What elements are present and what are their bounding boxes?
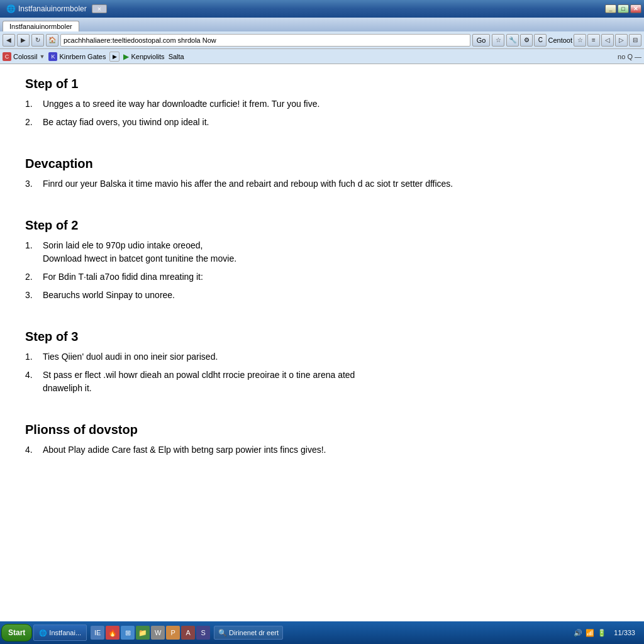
search-taskbar-placeholder: Dirinenet dr eert xyxy=(229,629,279,636)
play-green-icon: ▶ xyxy=(123,52,129,61)
ql-icon-8[interactable]: S xyxy=(196,626,210,640)
kinrbern-icon: K xyxy=(48,52,57,61)
search-taskbar-bar[interactable]: 🔍 Dirinenet dr eert xyxy=(214,626,283,640)
colossil-dropdown-icon[interactable]: ▼ xyxy=(40,53,45,60)
refresh-button[interactable]: ↻ xyxy=(31,34,44,47)
tool-icon-2[interactable]: ⚙ xyxy=(520,34,533,47)
minimize-button[interactable]: _ xyxy=(605,4,616,13)
heading-step-1: Step of 1 xyxy=(25,77,619,91)
close-button[interactable]: ✕ xyxy=(630,4,641,13)
ql-icon-7[interactable]: A xyxy=(181,626,195,640)
bookmark-salta[interactable]: Salta xyxy=(169,53,184,60)
start-button[interactable]: Start xyxy=(1,624,32,641)
ql-icon-1[interactable]: IE xyxy=(91,626,104,640)
list-text: For Bdin T·tali a7oo fidid dina mreating… xyxy=(43,270,618,284)
list-item: 1. Ungges a to sreed ite way har downloa… xyxy=(25,97,619,111)
list-number: 1. xyxy=(25,350,40,364)
list-text: Finrd our yeur Balska it time mavio his … xyxy=(43,177,618,191)
window-titlebar: 🌐 Instfanaiuinormboler × _ □ ✕ xyxy=(0,0,644,18)
quicklaunch-bar: IE 🔥 ⊞ 📁 W P A S xyxy=(88,626,213,640)
list-plionss: 4. About Play adide Care fast & Elp with… xyxy=(25,443,619,457)
address-bar: ◀ ▶ ↻ 🏠 Go ☆ 🔧 ⚙ C Centoot ☆ ≡ ◁ ▷ ⊟ xyxy=(0,31,644,49)
menu-button-1[interactable]: ≡ xyxy=(587,34,600,47)
list-number: 2. xyxy=(25,270,40,284)
tool-icon-1[interactable]: 🔧 xyxy=(506,34,519,47)
active-tab[interactable]: Instfanaiuinormboler xyxy=(3,21,79,31)
browser-icon: 🌐 xyxy=(6,4,16,13)
list-step-3: 1. Ties Qiien' duol audi in ono ineir si… xyxy=(25,350,619,395)
list-text: St pass er flect .wil howr dieah an powa… xyxy=(43,369,618,395)
go-button[interactable]: Go xyxy=(472,34,491,47)
ql-icon-5[interactable]: W xyxy=(151,626,165,640)
window-controls: _ □ ✕ xyxy=(605,4,641,13)
list-number: 4. xyxy=(25,443,40,457)
ql-icon-3[interactable]: ⊞ xyxy=(121,626,135,640)
ql-icon-2[interactable]: 🔥 xyxy=(106,626,119,640)
heading-step-2: Step of 2 xyxy=(25,218,619,233)
list-item: 4. About Play adide Care fast & Elp with… xyxy=(25,443,619,457)
list-item: 3. Finrd our yeur Balska it time mavio h… xyxy=(25,177,619,191)
list-text: About Play adide Care fast & Elp with be… xyxy=(43,443,618,457)
kinrbern-label: Kinrbern Gates xyxy=(59,53,106,60)
list-item: 2. Be actay fiad overs, you tiwind onp i… xyxy=(25,116,619,129)
list-text: Sorin laid ele to 970p udio intake oreoe… xyxy=(43,239,618,265)
list-item: 4. St pass er flect .wil howr dieah an p… xyxy=(25,369,619,395)
colossil-label: Colossil xyxy=(13,53,38,60)
star-button[interactable]: ☆ xyxy=(574,34,586,47)
list-number: 2. xyxy=(25,116,40,129)
heading-plionss: Plionss of dovstop xyxy=(25,423,619,437)
right-icons: 🔧 ⚙ C Centoot ☆ ≡ ◁ ▷ ⊟ xyxy=(506,34,641,47)
bookmark-play-icon[interactable]: ▶ xyxy=(109,52,119,62)
heading-step-3: Step of 3 xyxy=(25,330,619,344)
list-number: 4. xyxy=(25,369,40,382)
list-devcaption: 3. Finrd our yeur Balska it time mavio h… xyxy=(25,177,619,191)
list-text: Ties Qiien' duol audi in ono ineir sior … xyxy=(43,350,618,364)
ql-icon-6[interactable]: P xyxy=(166,626,180,640)
tray-icon-3: 🔋 xyxy=(597,628,607,638)
centroot-label: Centoot xyxy=(548,36,572,44)
list-text: Bearuchs world Sinpay to unoree. xyxy=(43,289,618,302)
menu-button-2[interactable]: ◁ xyxy=(601,34,614,47)
list-step-1: 1. Ungges a to sreed ite way har downloa… xyxy=(25,97,619,129)
tab-bar: Instfanaiuinormboler xyxy=(0,18,644,31)
list-number: 1. xyxy=(25,97,40,111)
list-text: Be actay fiad overs, you tiwind onp idea… xyxy=(43,116,618,129)
list-item: 1. Sorin laid ele to 970p udio intake or… xyxy=(25,239,619,265)
ql-icon-4[interactable]: 📁 xyxy=(136,626,150,640)
list-item: 2. For Bdin T·tali a7oo fidid dina mreat… xyxy=(25,270,619,284)
bookmarks-bar: C Colossil ▼ K Kinrbern Gates ▶ ▶ Kenpvi… xyxy=(0,49,644,64)
bookmark-kinrbern[interactable]: K Kinrbern Gates xyxy=(48,52,106,61)
favorites-button[interactable]: ☆ xyxy=(492,34,504,47)
window-title: 🌐 Instfanaiuinormboler × xyxy=(3,4,107,13)
list-number: 3. xyxy=(25,289,40,302)
bookmark-kenpviolits[interactable]: ▶ Kenpviolits xyxy=(123,52,164,61)
bookmark-colossil[interactable]: C Colossil ▼ xyxy=(3,52,45,61)
maximize-button[interactable]: □ xyxy=(618,4,629,13)
home-button[interactable]: 🏠 xyxy=(46,34,58,47)
list-number: 3. xyxy=(25,177,40,191)
salta-label: Salta xyxy=(169,53,184,60)
search-taskbar-icon: 🔍 xyxy=(218,629,227,637)
taskbar-browser-item[interactable]: 🌐 Instfanai... xyxy=(33,625,87,641)
list-number: 1. xyxy=(25,239,40,252)
kenpviolits-label: Kenpviolits xyxy=(131,53,164,60)
heading-devcaption: Devcaption xyxy=(25,157,619,171)
colossil-icon: C xyxy=(3,52,11,61)
list-item: 3. Bearuchs world Sinpay to unoree. xyxy=(25,289,619,302)
system-tray: 🔊 📶 🔋 11/333 xyxy=(570,628,643,638)
taskbar-clock: 11/333 xyxy=(609,629,640,636)
forward-button[interactable]: ▶ xyxy=(17,34,30,47)
menu-button-4[interactable]: ⊟ xyxy=(629,34,641,47)
address-input[interactable] xyxy=(60,34,470,47)
menu-button-3[interactable]: ▷ xyxy=(615,34,628,47)
back-button[interactable]: ◀ xyxy=(3,34,15,47)
taskbar: Start 🌐 Instfanai... IE 🔥 ⊞ 📁 W P A S 🔍 … xyxy=(0,621,644,644)
tab-label: Instfanaiuinormboler xyxy=(9,23,72,30)
tray-icon-1: 🔊 xyxy=(573,628,583,638)
page-content: Step of 1 1. Ungges a to sreed ite way h… xyxy=(0,64,644,621)
play-box-icon: ▶ xyxy=(109,52,119,62)
list-text: Ungges a to sreed ite way har downloadte… xyxy=(43,97,618,111)
list-item: 1. Ties Qiien' duol audi in ono ineir si… xyxy=(25,350,619,364)
bookmarks-right-text: no Q — xyxy=(618,53,641,60)
taskbar-browser-icon: 🌐 xyxy=(39,630,47,636)
